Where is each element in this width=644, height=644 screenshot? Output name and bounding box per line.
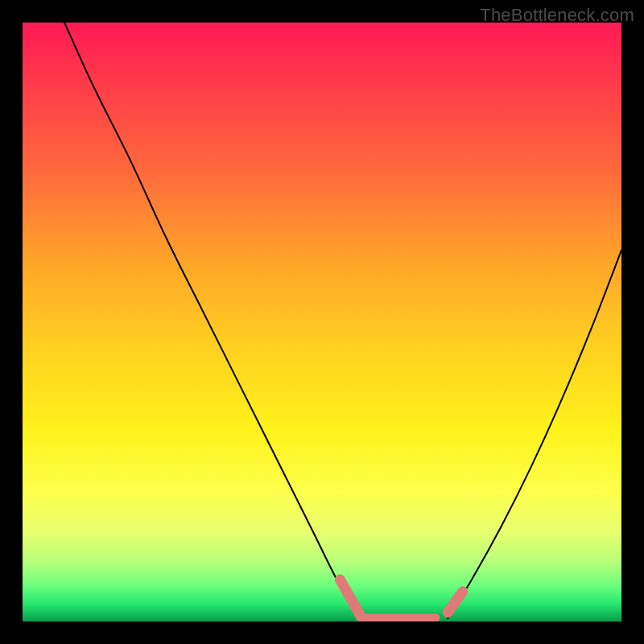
curve-layer xyxy=(23,23,621,621)
highlight-band-left xyxy=(340,580,361,617)
watermark-text: TheBottleneck.com xyxy=(480,5,634,26)
left-curve xyxy=(64,23,361,618)
right-curve xyxy=(448,250,621,619)
plot-area xyxy=(23,23,621,621)
chart-frame: TheBottleneck.com xyxy=(0,0,644,644)
highlight-band-right xyxy=(448,592,463,613)
